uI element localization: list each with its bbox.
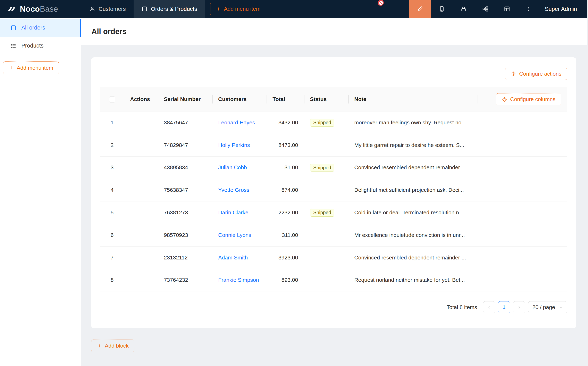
top-nav: Customers Orders & Products Add menu ite… <box>81 0 266 18</box>
pagination-total: Total 8 items <box>447 304 477 311</box>
table-row: 1 38475647 Leonard Hayes 3432.00 Shipped… <box>100 111 567 134</box>
row-index: 5 <box>100 201 124 224</box>
pagination-prev-button[interactable] <box>483 301 495 313</box>
row-index: 7 <box>100 246 124 269</box>
serial-cell: 23132112 <box>158 246 212 269</box>
customer-link[interactable]: Yvette Gross <box>218 187 249 193</box>
serial-cell: 38475647 <box>158 111 212 134</box>
actions-cell <box>124 201 158 224</box>
customer-link[interactable]: Frankie Simpson <box>218 277 259 283</box>
nav-item-customers[interactable]: Customers <box>81 0 134 18</box>
serial-cell: 98570923 <box>158 224 212 246</box>
gear-icon <box>511 71 516 77</box>
sidebar-item-label: All orders <box>21 24 45 31</box>
pagination: Total 8 items 1 20 / page <box>100 301 567 313</box>
partition-icon <box>482 6 489 12</box>
total-cell: 311.00 <box>267 224 304 246</box>
column-header-total: Total <box>267 87 304 111</box>
total-cell: 31.00 <box>267 156 304 179</box>
note-cell: Mr excellence inquietude conviction is i… <box>348 224 478 246</box>
configure-actions-button[interactable]: Configure actions <box>505 68 567 80</box>
actions-cell <box>124 269 158 291</box>
chevron-right-icon <box>517 305 521 309</box>
nav-item-orders-products[interactable]: Orders & Products <box>134 0 205 18</box>
add-block-button[interactable]: Add block <box>91 340 135 352</box>
total-cell: 8473.00 <box>267 134 304 156</box>
status-tag: Shipped <box>310 119 334 127</box>
sidebar-item-all-orders[interactable]: All orders <box>0 19 81 37</box>
table-row: 6 98570923 Connie Lyons 311.00 Mr excell… <box>100 224 567 246</box>
orders-table: Actions Serial Number Customers Total St… <box>100 87 567 291</box>
customer-link[interactable]: Leonard Hayes <box>218 120 255 126</box>
more-icon-button[interactable] <box>518 0 540 18</box>
customer-link[interactable]: Holly Perkins <box>218 142 250 148</box>
row-index: 2 <box>100 134 124 156</box>
user-menu[interactable]: Super Admin <box>545 6 577 12</box>
column-header-customers: Customers <box>212 87 267 111</box>
sidebar: All orders Products Add menu item <box>0 18 81 366</box>
serial-cell: 74829847 <box>158 134 212 156</box>
column-header-status: Status <box>304 87 348 111</box>
pagination-next-button[interactable] <box>513 301 525 313</box>
lock-icon-button[interactable] <box>452 0 474 18</box>
add-menu-item-button-header[interactable]: Add menu item <box>210 3 266 15</box>
status-tag: Shipped <box>310 209 334 217</box>
layout-icon <box>504 6 510 12</box>
customer-link[interactable]: Adam Smith <box>218 254 248 261</box>
actions-cell <box>124 179 158 201</box>
chevron-down-icon <box>559 305 563 309</box>
column-header-serial-number: Serial Number <box>158 87 212 111</box>
nocobase-logo-icon <box>7 4 17 14</box>
customer-link[interactable]: Darin Clarke <box>218 209 248 216</box>
sidebar-item-products[interactable]: Products <box>0 37 81 55</box>
total-cell: 3923.00 <box>267 246 304 269</box>
configure-columns-button[interactable]: Configure columns <box>496 93 561 105</box>
note-cell: My little garret repair to desire he est… <box>348 134 478 156</box>
column-header-note: Note <box>348 87 478 111</box>
mobile-icon <box>439 6 445 12</box>
note-cell: moreover man feelings own shy. Request n… <box>348 111 478 134</box>
note-cell: Convinced resembled dependent remainder … <box>348 246 478 269</box>
actions-cell <box>124 111 158 134</box>
page-title: All orders <box>91 27 127 36</box>
actions-cell <box>124 134 158 156</box>
highlighter-icon <box>417 6 423 12</box>
row-index: 3 <box>100 156 124 179</box>
add-menu-item-button-sidebar[interactable]: Add menu item <box>3 61 59 74</box>
orders-table-block: Configure actions Actions Serial Number … <box>91 57 576 328</box>
table-row: 5 76381273 Darin Clarke 2232.00 Shipped … <box>100 201 567 224</box>
api-icon-button[interactable] <box>474 0 496 18</box>
serial-cell: 43895834 <box>158 156 212 179</box>
select-all-checkbox[interactable] <box>109 97 115 102</box>
form-icon <box>10 25 16 31</box>
serial-cell: 75638347 <box>158 179 212 201</box>
top-header: NocoBase Customers Orders & Products Add <box>0 0 587 18</box>
layout-icon-button[interactable] <box>496 0 518 18</box>
actions-cell <box>124 246 158 269</box>
sidebar-item-label: Products <box>21 42 43 49</box>
table-row: 3 43895834 Julian Cobb 31.00 Shipped Con… <box>100 156 567 179</box>
pagination-page-1[interactable]: 1 <box>498 301 510 313</box>
table-row: 8 73764232 Frankie Simpson 893.00 Reques… <box>100 269 567 291</box>
form-icon <box>142 6 148 12</box>
table-header-row: Actions Serial Number Customers Total St… <box>100 87 567 111</box>
logo[interactable]: NocoBase <box>0 0 81 18</box>
note-cell: Delightful met sufficient projection ask… <box>348 179 478 201</box>
plus-icon <box>9 65 14 70</box>
customer-link[interactable]: Connie Lyons <box>218 232 251 238</box>
note-cell: Request norland neither mistake for yet.… <box>348 269 478 291</box>
note-cell: Convinced resembled dependent remainder … <box>348 156 478 179</box>
lock-icon <box>460 6 467 12</box>
mobile-icon-button[interactable] <box>431 0 452 18</box>
plus-icon <box>216 7 221 11</box>
list-icon <box>10 43 16 49</box>
actions-cell <box>124 156 158 179</box>
total-cell: 2232.00 <box>267 201 304 224</box>
serial-cell: 76381273 <box>158 201 212 224</box>
ui-editor-button[interactable] <box>409 0 431 18</box>
customer-link[interactable]: Julian Cobb <box>218 164 247 170</box>
page-size-select[interactable]: 20 / page <box>528 301 567 313</box>
nav-item-label: Orders & Products <box>151 6 197 12</box>
total-cell: 874.00 <box>267 179 304 201</box>
table-row: 4 75638347 Yvette Gross 874.00 Delightfu… <box>100 179 567 201</box>
